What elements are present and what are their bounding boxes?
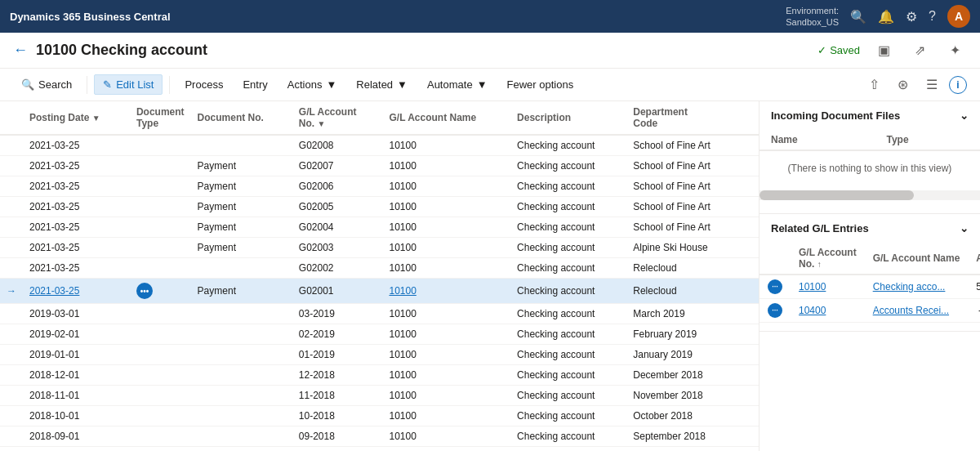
cell-doc-no: 09-2018 <box>292 426 383 447</box>
related-label: Related <box>356 78 393 91</box>
cell-doc-no: 12-2018 <box>292 365 383 386</box>
layout-icon-btn[interactable]: ☰ <box>920 74 944 96</box>
share-icon-btn[interactable]: ⇧ <box>862 74 886 96</box>
cell-doc-type: Payment <box>191 279 292 304</box>
cell-doc-type: Payment <box>191 156 292 176</box>
table-wrapper[interactable]: Posting Date ▼ DocumentType Document No.… <box>0 101 759 451</box>
edit-icon: ✎ <box>103 78 112 91</box>
help-icon[interactable]: ? <box>929 9 936 24</box>
monitor-icon[interactable]: ▣ <box>871 39 897 61</box>
search-icon[interactable]: 🔍 <box>850 9 866 25</box>
table-row[interactable]: 2021-03-25PaymentG0200710100Checking acc… <box>0 156 759 176</box>
gl-context-menu-button[interactable]: ··· <box>768 303 782 318</box>
horizontal-scrollbar[interactable] <box>760 190 980 200</box>
cell-gl-no: 10100 <box>382 258 510 279</box>
cell-gl-name: Checking account <box>510 324 626 345</box>
cell-doc-no: 11-2018 <box>292 386 383 406</box>
actions-label: Actions <box>287 78 323 91</box>
table-row[interactable]: →2021-03-25•••PaymentG0200110100Checking… <box>0 279 759 304</box>
related-gl-no-link[interactable]: 10400 <box>799 305 826 316</box>
notification-icon[interactable]: 🔔 <box>878 9 894 25</box>
table-row[interactable]: 2021-03-25PaymentG0200310100Checking acc… <box>0 238 759 258</box>
row-indicator <box>0 135 23 156</box>
col-gl-name[interactable]: G/L Account Name <box>382 101 510 135</box>
process-label: Process <box>185 78 223 91</box>
saved-status: ✓ Saved <box>817 44 860 56</box>
table-row[interactable]: 2018-08-0108-201810100Checking accountAu… <box>0 447 759 452</box>
cell-doc-type: Payment <box>191 197 292 217</box>
cell-gl-no: 10100 <box>382 217 510 238</box>
posting-date-link[interactable]: 2021-03-25 <box>29 285 79 297</box>
cell-gl-name: Checking account <box>510 279 626 304</box>
table-row[interactable]: 2021-03-25PaymentG0200410100Checking acc… <box>0 217 759 238</box>
cell-description: School of Fine Art <box>626 135 742 156</box>
entry-button[interactable]: Entry <box>234 75 275 94</box>
sort-arrow-gl: ▼ <box>318 119 326 128</box>
related-gl-no-link[interactable]: 10100 <box>799 281 826 292</box>
table-row[interactable]: 2019-01-0101-201910100Checking accountJa… <box>0 345 759 365</box>
top-bar-right: Environment: Sandbox_US 🔍 🔔 ⚙ ? A <box>786 5 970 29</box>
table-row[interactable]: 2018-11-0111-201810100Checking accountNo… <box>0 386 759 406</box>
cell-gl-no: 10100 <box>382 386 510 406</box>
search-button[interactable]: 🔍 Search <box>13 75 80 94</box>
table-row[interactable]: 2021-03-25G0200210100Checking accountRel… <box>0 258 759 279</box>
row-indicator <box>0 426 23 447</box>
table-row[interactable]: 2021-03-25PaymentG0200610100Checking acc… <box>0 176 759 197</box>
user-avatar[interactable]: A <box>947 5 970 28</box>
col-gl-no[interactable]: G/L AccountNo. ↑ <box>791 243 865 275</box>
cell-posting-date: 2019-01-01 <box>23 345 130 365</box>
col-gl-name: G/L Account Name <box>865 243 969 275</box>
related-chevron: ▼ <box>397 78 408 91</box>
automate-button[interactable]: Automate ▼ <box>419 75 496 94</box>
table-row[interactable]: 2021-03-25G0200810100Checking accountSch… <box>0 135 759 156</box>
col-posting-date[interactable]: Posting Date ▼ <box>23 101 130 135</box>
table-row[interactable]: 2018-09-0109-201810100Checking accountSe… <box>0 426 759 447</box>
cell-ellipsis <box>130 156 191 176</box>
cell-doc-no: 10-2018 <box>292 406 383 426</box>
command-bar-right: ⇧ ⊛ ☰ i <box>862 74 967 96</box>
fewer-options-button[interactable]: Fewer options <box>499 75 582 94</box>
related-button[interactable]: Related ▼ <box>348 75 416 94</box>
cell-posting-date: 2021-03-25 <box>23 135 130 156</box>
actions-button[interactable]: Actions ▼ <box>279 75 345 94</box>
table-row[interactable]: 2019-02-0102-201910100Checking accountFe… <box>0 324 759 345</box>
table-row[interactable]: 2018-10-0110-201810100Checking accountOc… <box>0 406 759 426</box>
cell-gl-name: Checking account <box>510 386 626 406</box>
cell-dept-code <box>742 258 759 279</box>
table-row[interactable]: 2018-12-0112-201810100Checking accountDe… <box>0 365 759 386</box>
col-description[interactable]: Description <box>510 101 626 135</box>
col-dept-code[interactable]: DepartmentCode <box>626 101 742 135</box>
collapse-icon[interactable]: ✦ <box>943 39 967 61</box>
cell-gl-no: 10100 <box>382 156 510 176</box>
back-button[interactable]: ← <box>13 42 28 59</box>
related-gl-row[interactable]: ···10400Accounts Recei...-5,754... <box>760 299 980 323</box>
settings-icon[interactable]: ⚙ <box>906 9 917 25</box>
cell-posting-date: 2018-09-01 <box>23 426 130 447</box>
col-doc-type[interactable]: DocumentType <box>130 101 191 135</box>
col-gl-no[interactable]: G/L AccountNo. ▼ <box>292 101 383 135</box>
gl-no-link[interactable]: 10100 <box>389 285 416 297</box>
cell-dept-code <box>742 197 759 217</box>
cell-dept-code <box>742 324 759 345</box>
open-new-icon[interactable]: ⇗ <box>908 39 932 61</box>
cell-gl-name: Checking account <box>510 197 626 217</box>
process-button[interactable]: Process <box>176 75 231 94</box>
page-title-right: ✓ Saved ▣ ⇗ ✦ <box>817 39 967 61</box>
table-row[interactable]: 2019-03-0103-201910100Checking accountMa… <box>0 304 759 324</box>
table-row[interactable]: 2021-03-25PaymentG0200510100Checking acc… <box>0 197 759 217</box>
incoming-docs-header[interactable]: Incoming Document Files ⌄ <box>760 101 980 130</box>
row-context-menu-button[interactable]: ••• <box>136 283 153 299</box>
related-gl-header[interactable]: Related G/L Entries ⌄ <box>760 214 980 243</box>
related-gl-row[interactable]: ···10100Checking acco...5,754.96 <box>760 275 980 299</box>
gl-context-menu-button[interactable]: ··· <box>768 279 782 294</box>
cell-ellipsis <box>130 365 191 386</box>
info-icon-btn[interactable]: i <box>949 76 967 94</box>
cell-gl-name: Checking account <box>510 258 626 279</box>
filter-icon-btn[interactable]: ⊛ <box>891 74 915 96</box>
incoming-docs-chevron: ⌄ <box>960 109 969 122</box>
cell-ellipsis <box>130 258 191 279</box>
automate-label: Automate <box>427 78 473 91</box>
cell-posting-date: 2018-12-01 <box>23 365 130 386</box>
col-doc-no[interactable]: Document No. <box>191 101 292 135</box>
edit-list-button[interactable]: ✎ Edit List <box>94 74 163 95</box>
